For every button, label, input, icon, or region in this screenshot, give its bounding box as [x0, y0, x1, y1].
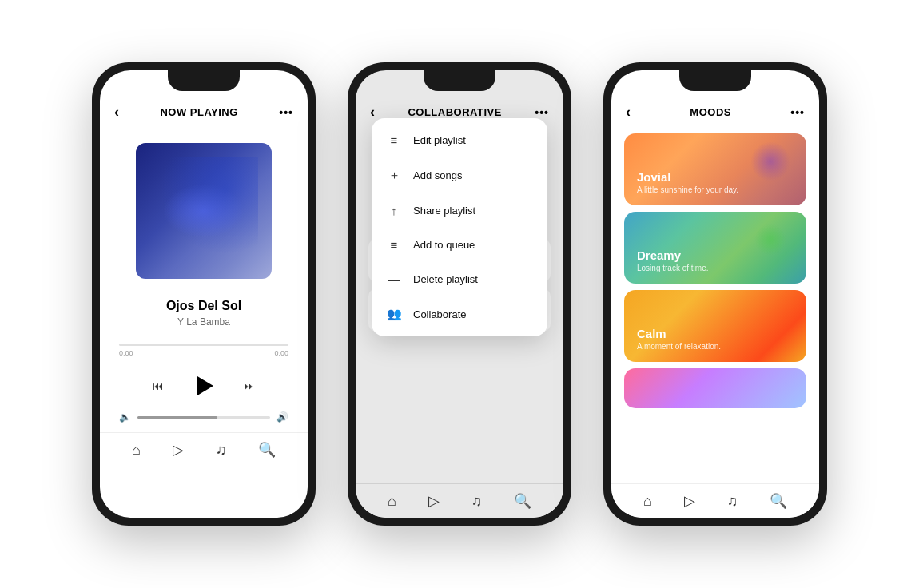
- edit-playlist-label: Edit playlist: [413, 134, 466, 146]
- add-queue-icon: ≡: [386, 238, 402, 252]
- add-songs-icon: ＋: [386, 168, 402, 183]
- track-info: Ojos Del Sol Y La Bamba: [100, 291, 308, 336]
- nav-search-2[interactable]: 🔍: [514, 492, 531, 510]
- share-playlist-icon: ↑: [386, 204, 402, 217]
- volume-bar[interactable]: [137, 416, 270, 419]
- play-icon: [197, 376, 213, 395]
- share-playlist-label: Share playlist: [413, 205, 475, 217]
- delete-playlist-label: Delete playlist: [413, 273, 478, 285]
- mood-card-jovial[interactable]: Jovial A little sunshine for your day.: [624, 133, 806, 205]
- phone-notch-2: [424, 70, 495, 91]
- collaborate-icon: 👥: [386, 307, 402, 321]
- phone-moods: MOODS ••• Jovial A little sunshine for y…: [603, 62, 827, 526]
- back-button-1[interactable]: [114, 104, 119, 121]
- mood-card-dreamy[interactable]: Dreamy Losing track of time.: [624, 212, 806, 284]
- back-button-3[interactable]: [626, 104, 631, 121]
- dropdown-menu: ≡ Edit playlist ＋ Add songs ↑ Share play…: [372, 118, 547, 336]
- mood-card-calm[interactable]: Calm A moment of relaxation.: [624, 290, 806, 362]
- back-button-2[interactable]: [370, 104, 375, 121]
- moods-list: Jovial A little sunshine for your day. D…: [611, 127, 819, 483]
- nav-play-1[interactable]: ▷: [173, 441, 184, 459]
- bottom-nav-3: ⌂ ▷ ♫ 🔍: [611, 483, 819, 518]
- rewind-button[interactable]: ⏮: [153, 379, 164, 392]
- moods-title: MOODS: [690, 106, 731, 118]
- playback-controls: ⏮ ⏭: [100, 362, 308, 411]
- mood-card-partial[interactable]: [624, 368, 806, 408]
- menu-button-3[interactable]: •••: [790, 106, 805, 119]
- time-start: 0:00: [119, 349, 133, 357]
- album-art-container: [100, 127, 308, 291]
- nav-home-2[interactable]: ⌂: [388, 493, 396, 510]
- moods-header: MOODS •••: [611, 97, 819, 127]
- album-art: [136, 143, 272, 279]
- volume-row: 🔈 🔊: [100, 411, 308, 432]
- mood-dreamy-subtitle: Losing track of time.: [637, 264, 794, 272]
- now-playing-title: NOW PLAYING: [160, 106, 237, 118]
- volume-high-icon: 🔊: [276, 411, 288, 423]
- menu-item-edit-playlist[interactable]: ≡ Edit playlist: [372, 123, 547, 157]
- nav-home-3[interactable]: ⌂: [643, 493, 652, 510]
- bottom-nav-2: ⌂ ▷ ♫ 🔍: [356, 483, 563, 518]
- add-to-queue-label: Add to queue: [413, 239, 475, 251]
- phone-notch-3: [679, 70, 751, 91]
- mood-jovial-title: Jovial: [637, 170, 794, 184]
- nav-music-2[interactable]: ♫: [471, 493, 483, 510]
- bottom-nav-1: ⌂ ▷ ♫ 🔍: [100, 432, 308, 467]
- menu-item-add-songs[interactable]: ＋ Add songs: [372, 157, 547, 193]
- volume-low-icon: 🔈: [119, 411, 131, 423]
- progress-bar[interactable]: [119, 344, 288, 346]
- nav-play-2[interactable]: ▷: [428, 492, 440, 510]
- collaborative-title: COLLABORATIVE: [408, 106, 501, 118]
- phone-now-playing: NOW PLAYING ••• Ojos Del Sol Y La Bamba: [92, 62, 316, 526]
- collaborate-label: Collaborate: [413, 308, 467, 320]
- track-artist: Y La Bamba: [116, 316, 292, 328]
- time-row: 0:00 0:00: [119, 349, 288, 357]
- nav-search-1[interactable]: 🔍: [258, 441, 276, 459]
- volume-fill: [137, 416, 217, 419]
- menu-item-collaborate[interactable]: 👥 Collaborate: [372, 296, 547, 332]
- time-end: 0:00: [274, 349, 288, 357]
- nav-play-3[interactable]: ▷: [684, 492, 695, 510]
- mood-calm-title: Calm: [637, 327, 794, 340]
- now-playing-header: NOW PLAYING •••: [100, 97, 308, 127]
- nav-music-1[interactable]: ♫: [216, 442, 227, 459]
- edit-playlist-icon: ≡: [386, 133, 402, 147]
- phones-container: NOW PLAYING ••• Ojos Del Sol Y La Bamba: [76, 46, 843, 542]
- delete-playlist-icon: —: [386, 272, 402, 286]
- phone-collaborative: COLLABORATIVE ••• ≡ Edit playlist ＋ Add …: [348, 62, 571, 526]
- menu-item-add-to-queue[interactable]: ≡ Add to queue: [372, 228, 547, 262]
- phone-notch-1: [168, 70, 240, 91]
- play-button[interactable]: [186, 368, 221, 403]
- menu-button-2[interactable]: •••: [535, 106, 549, 119]
- menu-button-1[interactable]: •••: [279, 106, 293, 119]
- progress-section: 0:00 0:00: [100, 336, 308, 362]
- forward-button[interactable]: ⏭: [244, 379, 255, 392]
- nav-search-3[interactable]: 🔍: [770, 492, 787, 510]
- nav-home-1[interactable]: ⌂: [132, 442, 141, 459]
- menu-item-share-playlist[interactable]: ↑ Share playlist: [372, 193, 547, 228]
- mood-dreamy-title: Dreamy: [637, 248, 794, 262]
- add-songs-label: Add songs: [413, 169, 462, 181]
- track-name: Ojos Del Sol: [116, 299, 292, 313]
- mood-jovial-subtitle: A little sunshine for your day.: [637, 185, 794, 194]
- nav-music-3[interactable]: ♫: [727, 493, 738, 510]
- menu-item-delete-playlist[interactable]: — Delete playlist: [372, 262, 547, 296]
- mood-calm-subtitle: A moment of relaxation.: [637, 342, 794, 351]
